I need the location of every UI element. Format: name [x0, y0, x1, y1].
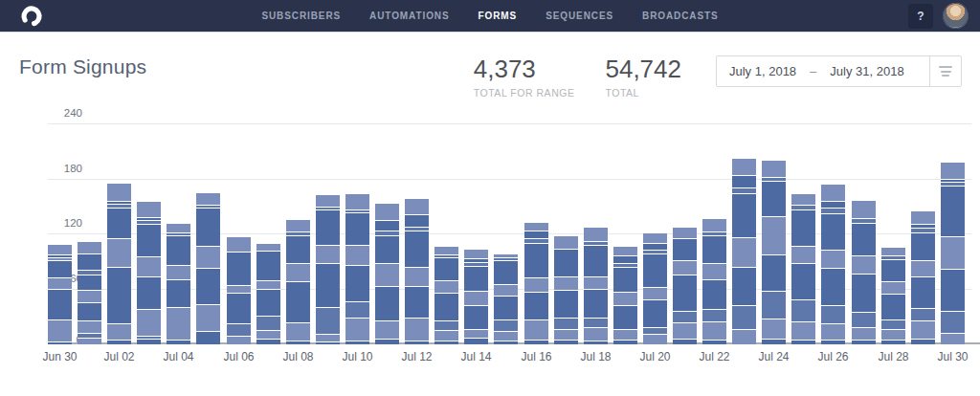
bar-jul-10[interactable] — [345, 194, 369, 344]
bar-segment — [227, 337, 251, 344]
x-axis-label: Jul 22 — [699, 350, 729, 363]
bar-segment — [732, 194, 756, 238]
bar-segment — [852, 313, 876, 327]
bar-segment — [791, 322, 815, 341]
bar-segment — [852, 256, 876, 275]
bar-segment — [167, 266, 190, 280]
bar-segment — [434, 331, 458, 342]
bar-jul-06[interactable] — [227, 237, 251, 344]
bar-jul-27[interactable] — [852, 201, 876, 344]
help-button[interactable]: ? — [908, 4, 933, 29]
page-title: Form Signups — [19, 55, 146, 78]
bar-segment — [256, 244, 280, 253]
date-presets-menu-icon[interactable] — [929, 56, 961, 86]
bar-jul-05[interactable] — [196, 193, 220, 344]
bar-segment — [137, 225, 161, 257]
bar-jul-24[interactable] — [762, 161, 786, 344]
bar-segment — [702, 236, 726, 264]
bar-segment — [345, 266, 369, 302]
bar-segment — [643, 300, 667, 328]
bar-segment — [375, 204, 399, 220]
bar-segment — [791, 300, 815, 322]
date-range-start: July 1, 2018 — [729, 64, 796, 78]
bar-segment — [434, 247, 458, 255]
bar-segment — [78, 242, 101, 254]
bar-jul-09[interactable] — [316, 195, 340, 344]
bar-segment — [494, 297, 518, 320]
x-axis-label: Jul 20 — [639, 350, 670, 363]
bar-jul-03[interactable] — [137, 202, 161, 345]
bar-segment — [78, 275, 101, 291]
bar-jul-20[interactable] — [643, 233, 667, 344]
bar-segment — [554, 250, 578, 277]
bar-jul-21[interactable] — [673, 228, 697, 344]
bar-jul-23[interactable] — [732, 158, 756, 344]
bar-segment — [494, 285, 518, 297]
date-range-text[interactable]: July 1, 2018 – July 31, 2018 — [717, 56, 929, 86]
date-range-picker[interactable]: July 1, 2018 – July 31, 2018 — [716, 55, 962, 87]
bar-segment — [762, 217, 786, 255]
bar-segment — [107, 324, 131, 341]
bar-segment — [821, 269, 845, 305]
bar-segment — [613, 268, 637, 294]
user-avatar[interactable] — [943, 3, 969, 29]
bar-segment — [821, 341, 845, 344]
bar-segment — [732, 238, 756, 268]
bar-jul-15[interactable] — [494, 254, 518, 344]
bar-jul-25[interactable] — [791, 194, 815, 344]
bar-jul-08[interactable] — [286, 220, 310, 344]
bar-jul-11[interactable] — [375, 204, 399, 344]
bar-jul-19[interactable] — [613, 247, 637, 344]
bar-jul-02[interactable] — [107, 184, 131, 344]
x-axis-label: Jul 08 — [282, 350, 313, 363]
bar-jul-13[interactable] — [434, 247, 458, 344]
bar-segment — [107, 239, 131, 268]
bar-jul-01[interactable] — [78, 242, 101, 344]
bar-segment — [375, 321, 399, 340]
bar-segment — [554, 319, 578, 330]
convertkit-logo-icon[interactable] — [19, 4, 44, 29]
bar-jun-30[interactable] — [48, 245, 72, 344]
bar-jul-16[interactable] — [524, 223, 548, 344]
bar-jul-22[interactable] — [702, 219, 726, 344]
y-axis-label: 240 — [44, 107, 82, 119]
bar-jul-26[interactable] — [821, 185, 845, 344]
bar-segment — [375, 264, 399, 287]
bar-jul-04[interactable] — [167, 224, 190, 345]
bar-jul-12[interactable] — [405, 199, 429, 344]
bar-segment — [613, 256, 637, 264]
bar-segment — [941, 187, 965, 237]
bar-segment — [316, 195, 340, 208]
nav-item-automations[interactable]: AUTOMATIONS — [369, 11, 449, 21]
bar-segment — [941, 312, 965, 334]
bar-segment — [702, 219, 726, 232]
bar-segment — [702, 280, 726, 310]
stat-label: TOTAL — [605, 87, 681, 99]
bar-segment — [791, 247, 815, 263]
bar-jul-14[interactable] — [464, 250, 488, 344]
bar-segment — [78, 339, 101, 344]
nav-item-broadcasts[interactable]: BROADCASTS — [642, 11, 719, 21]
bar-segment — [196, 332, 220, 344]
bar-segment — [345, 319, 369, 341]
bar-segment — [762, 182, 786, 216]
bar-segment — [286, 264, 310, 282]
bar-jul-18[interactable] — [584, 228, 608, 344]
bar-segment — [286, 341, 310, 344]
nav-item-subscribers[interactable]: SUBSCRIBERS — [261, 11, 341, 21]
bar-jul-30[interactable] — [941, 163, 965, 344]
bar-segment — [256, 331, 280, 341]
bar-segment — [137, 257, 161, 277]
bar-jul-29[interactable] — [911, 211, 935, 344]
bar-segment — [732, 306, 756, 330]
bar-jul-07[interactable] — [256, 244, 280, 344]
bar-segment — [881, 260, 905, 282]
bar-segment — [227, 324, 251, 337]
bar-jul-28[interactable] — [881, 248, 905, 344]
bar-segment — [78, 254, 101, 271]
bar-segment — [48, 290, 72, 320]
bar-segment — [911, 321, 935, 340]
nav-item-forms[interactable]: FORMS — [479, 11, 518, 21]
nav-item-sequences[interactable]: SEQUENCES — [546, 11, 613, 21]
bar-jul-17[interactable] — [554, 236, 578, 344]
